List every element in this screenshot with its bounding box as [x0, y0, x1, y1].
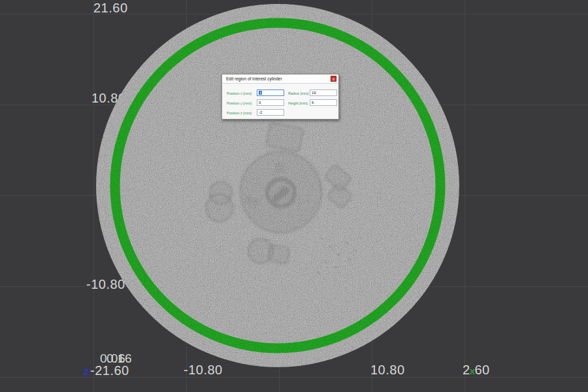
- position-z-label: Position z [mm]:: [227, 111, 252, 115]
- dialog-titlebar[interactable]: Edit region of interest cylinder x: [222, 74, 338, 84]
- height-label: Height [mm]:: [288, 101, 308, 105]
- position-y-input[interactable]: [257, 99, 284, 106]
- tick-digits: 60: [474, 363, 489, 377]
- dialog-title: Edit region of interest cylinder: [226, 76, 282, 81]
- close-icon[interactable]: x: [331, 76, 336, 82]
- selected-text: 1: [259, 91, 262, 95]
- position-x-input[interactable]: 1: [257, 90, 284, 96]
- roi-circle-noise: [95, 3, 461, 368]
- radius-label: Radius [mm]:: [288, 91, 309, 95]
- grid-line: [465, 0, 465, 392]
- grid-line: [93, 0, 94, 392]
- ct-slice-viewport[interactable]: [95, 3, 461, 368]
- z-axis-marker-icon: z: [84, 365, 90, 378]
- tick-digit: 2: [463, 363, 470, 377]
- position-y-label: Position y [mm]:: [227, 101, 252, 105]
- position-x-label: Position x [mm]:: [227, 91, 252, 95]
- application-viewport: 21.60 10.80 -10.80 0.06 0.16 -21.60 -10.…: [0, 0, 588, 392]
- x-axis-tick-with-marker: 2x60: [463, 363, 490, 378]
- radius-input[interactable]: [310, 90, 337, 96]
- height-input[interactable]: [310, 99, 337, 106]
- edit-roi-cylinder-dialog: Edit region of interest cylinder x Posit…: [221, 74, 339, 120]
- position-z-input[interactable]: [257, 109, 284, 116]
